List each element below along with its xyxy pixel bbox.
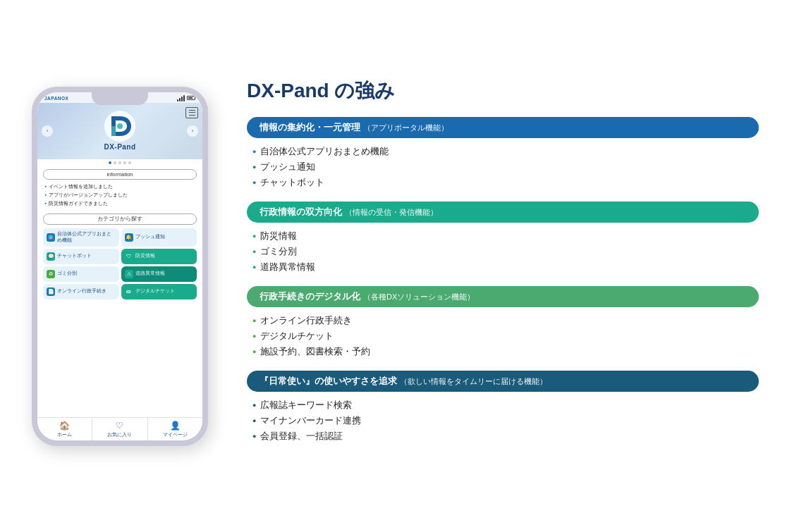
cat-icon-7: 🎟 [125, 287, 133, 296]
nav-home[interactable]: 🏠 ホーム [37, 418, 92, 440]
feature-item-1-2: 道路異常情報 [252, 259, 753, 275]
hero-next-button[interactable]: › [187, 125, 198, 137]
battery-icon [187, 96, 195, 100]
svg-point-1 [117, 123, 123, 129]
category-item-5[interactable]: ⚠ 道路異常情報 [121, 266, 197, 282]
app-name-label: DX-Pand [104, 143, 135, 151]
phone-notch [92, 92, 148, 105]
phone-device: JAPANOX [32, 87, 208, 446]
cat-label-1: プッシュ通知 [135, 234, 165, 240]
feature-item-1-0: 防災情報 [252, 228, 753, 244]
feature-list-3: 広報誌キーワード検索マイナンバーカード連携会員登録、一括認証 [247, 397, 759, 444]
mypage-icon: 👤 [170, 421, 181, 431]
hero-area: ‹ DX-Pand › [37, 103, 202, 159]
brand-logo: JAPANOX [44, 96, 68, 101]
cat-icon-5: ⚠ [125, 270, 133, 278]
info-list: イベント情報を追加しました アプリがバージョンアップしました 防災情報ガイドでき… [43, 183, 197, 208]
category-item-0[interactable]: ⊞ 自治体公式アプリおまとめ機能 [43, 228, 119, 247]
dx-pand-logo-svg [104, 111, 135, 142]
cat-label-2: チャットボット [57, 253, 92, 259]
dot-1 [109, 161, 111, 164]
phone-screen: JAPANOX [37, 92, 202, 440]
feature-item-3-0: 広報誌キーワード検索 [252, 397, 753, 413]
nav-favorites-label: お気に入り [107, 431, 132, 438]
cat-icon-6: 📄 [47, 287, 55, 296]
nav-favorites[interactable]: ♡ お気に入り [92, 418, 147, 440]
cat-icon-3: 🛡 [125, 252, 133, 261]
feature-block-2: 行政手続きのデジタル化（各種DXソリューション機能）オンライン行政手続きデジタル… [247, 286, 759, 359]
feature-item-1-1: ゴミ分別 [252, 244, 753, 259]
cat-label-0: 自治体公式アプリおまとめ機能 [57, 231, 116, 244]
feature-item-2-2: 施設予約、図書検索・予約 [252, 344, 753, 359]
feature-header-3: 『日常使い』の使いやすさを追求（欲しい情報をタイムリーに届ける機能） [247, 371, 759, 392]
info-box: information [43, 169, 197, 180]
feature-item-2-1: デジタルチケット [252, 328, 753, 344]
feature-header-2: 行政手続きのデジタル化（各種DXソリューション機能） [247, 286, 759, 307]
cat-label-7: デジタルチケット [135, 288, 175, 295]
feature-block-0: 情報の集約化・一元管理（アプリポータル機能）自治体公式アプリおまとめ機能プッシュ… [247, 117, 759, 190]
menu-line [189, 112, 195, 113]
hero-prev-button[interactable]: ‹ [42, 125, 53, 137]
nav-home-label: ホーム [57, 431, 72, 438]
feature-list-1: 防災情報ゴミ分別道路異常情報 [247, 228, 759, 275]
category-item-1[interactable]: 🔔 プッシュ通知 [121, 228, 197, 247]
menu-line [189, 115, 195, 116]
category-section: カテゴリから探す ⊞ 自治体公式アプリおまとめ機能 🔔 プッシュ通知 [37, 211, 202, 302]
page-title: DX-Pand の強み [247, 78, 759, 104]
feature-item-3-1: マイナンバーカード連携 [252, 413, 753, 428]
feature-item-0-0: 自治体公式アプリおまとめ機能 [252, 144, 753, 159]
right-panel: DX-Pand の強み 情報の集約化・一元管理（アプリポータル機能）自治体公式ア… [247, 78, 759, 455]
signal-bar-3 [181, 97, 183, 101]
dot-4 [123, 161, 126, 164]
feature-list-0: 自治体公式アプリおまとめ機能プッシュ通知チャットボット [247, 144, 759, 190]
feature-block-1: 行政情報の双方向化（情報の受信・発信機能）防災情報ゴミ分別道路異常情報 [247, 202, 759, 275]
battery-fill [188, 97, 193, 99]
category-title: カテゴリから探す [43, 214, 197, 225]
signal-bar-4 [183, 95, 185, 101]
category-item-6[interactable]: 📄 オンライン行政手続き [43, 284, 119, 299]
carousel-dots [37, 159, 202, 166]
cat-icon-0: ⊞ [47, 233, 55, 242]
feature-item-2-0: オンライン行政手続き [252, 313, 753, 328]
dot-5 [128, 161, 131, 164]
menu-line [189, 110, 195, 111]
dot-2 [114, 161, 116, 164]
category-item-4[interactable]: ♻ ゴミ分別 [43, 266, 119, 282]
feature-item-0-2: チャットボット [252, 175, 753, 190]
signal-bars [177, 95, 185, 101]
menu-button[interactable] [185, 107, 198, 118]
cat-icon-2: 💬 [47, 252, 55, 261]
home-icon: 🏠 [59, 421, 70, 431]
info-section: information イベント情報を追加しました アプリがバージョンアップしま… [37, 166, 202, 211]
feature-header-1: 行政情報の双方向化（情報の受信・発信機能） [247, 202, 759, 223]
feature-list-2: オンライン行政手続きデジタルチケット施設予約、図書検索・予約 [247, 313, 759, 359]
status-icons [177, 95, 195, 101]
dot-3 [118, 161, 121, 164]
info-item-2: アプリがバージョンアップしました [44, 191, 195, 199]
cat-label-6: オンライン行政手続き [57, 288, 106, 295]
cat-icon-1: 🔔 [125, 233, 133, 242]
feature-item-0-1: プッシュ通知 [252, 159, 753, 175]
signal-bar-2 [179, 98, 181, 101]
cat-icon-4: ♻ [47, 270, 55, 278]
feature-block-3: 『日常使い』の使いやすさを追求（欲しい情報をタイムリーに届ける機能）広報誌キーワ… [247, 371, 759, 444]
category-item-3[interactable]: 🛡 防災情報 [121, 249, 197, 264]
category-item-7[interactable]: 🎟 デジタルチケット [121, 284, 197, 299]
feature-header-0: 情報の集約化・一元管理（アプリポータル機能） [247, 117, 759, 138]
bottom-nav: 🏠 ホーム ♡ お気に入り 👤 マイページ [37, 417, 202, 440]
info-item-3: 防災情報ガイドできました [44, 199, 195, 208]
cat-label-3: 防災情報 [135, 253, 155, 259]
cat-label-4: ゴミ分別 [57, 271, 77, 277]
favorites-icon: ♡ [116, 421, 123, 431]
nav-mypage-label: マイページ [163, 431, 188, 438]
nav-mypage[interactable]: 👤 マイページ [148, 418, 202, 440]
hero-logo-area: DX-Pand [104, 111, 135, 151]
category-grid: ⊞ 自治体公式アプリおまとめ機能 🔔 プッシュ通知 💬 チャットボット [43, 228, 197, 299]
main-container: JAPANOX [28, 78, 759, 455]
features-container: 情報の集約化・一元管理（アプリポータル機能）自治体公式アプリおまとめ機能プッシュ… [247, 117, 759, 444]
feature-item-3-2: 会員登録、一括認証 [252, 428, 753, 444]
info-item-1: イベント情報を追加しました [44, 183, 195, 191]
phone-mockup: JAPANOX [28, 87, 212, 446]
signal-bar-1 [177, 99, 178, 101]
category-item-2[interactable]: 💬 チャットボット [43, 249, 119, 264]
